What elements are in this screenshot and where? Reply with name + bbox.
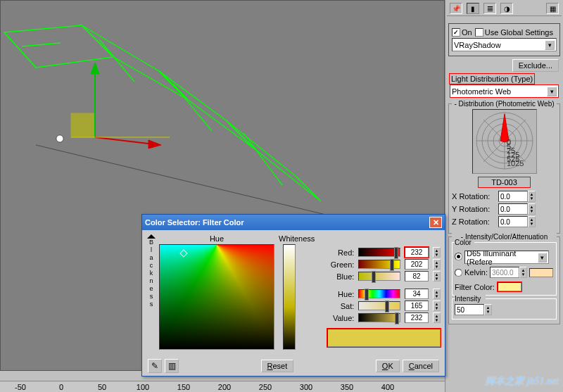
color-selector-dialog: Color Selector: Filter Color ✕ Blackness… xyxy=(141,214,445,377)
light-dist-value: Photometric Web xyxy=(452,87,511,96)
green-slider[interactable] xyxy=(358,260,400,269)
hierarchy-tab-icon[interactable]: 𝌆 xyxy=(483,3,496,14)
svg-line-9 xyxy=(22,43,61,46)
color-preview[interactable] xyxy=(327,329,441,347)
sat-spinner[interactable]: ▲▼ xyxy=(433,301,441,311)
wireframe-truss[interactable] xyxy=(4,25,321,201)
red-slider[interactable] xyxy=(358,248,400,257)
kelvin-spinner[interactable] xyxy=(490,267,519,278)
tick: 100 xyxy=(122,383,163,391)
dialog-titlebar[interactable]: Color Selector: Filter Color ✕ xyxy=(142,215,445,230)
zrot-spinner[interactable]: ▲▼ xyxy=(498,216,536,227)
hue-slider[interactable] xyxy=(358,289,400,298)
value-slider[interactable] xyxy=(358,313,400,322)
svg-line-4 xyxy=(4,32,36,68)
sat-slider[interactable] xyxy=(358,301,400,310)
tick: 0 xyxy=(41,383,82,391)
color-header: Color xyxy=(455,239,474,246)
yrot-label: Y Rotation: xyxy=(452,205,495,213)
gizmo-center-box[interactable] xyxy=(71,113,95,137)
exclude-button[interactable]: Exclude... xyxy=(512,59,559,72)
red-label: Red: xyxy=(327,248,354,257)
svg-marker-2 xyxy=(159,71,254,148)
tick: 200 xyxy=(204,383,245,391)
cancel-button[interactable]: CancelCancel xyxy=(403,360,439,372)
filter-color-swatch[interactable] xyxy=(498,282,521,291)
hsv-picker[interactable] xyxy=(159,244,274,350)
xrot-spinner[interactable]: ▲▼ xyxy=(498,191,536,202)
svg-line-8 xyxy=(296,177,321,201)
blue-value[interactable]: 82 xyxy=(405,271,429,282)
red-value[interactable]: 232 xyxy=(405,247,429,258)
val-value[interactable]: 232 xyxy=(405,312,429,323)
chevron-down-icon[interactable]: ▾ xyxy=(547,87,557,96)
chevron-down-icon[interactable]: ▾ xyxy=(538,253,547,263)
motion-tab-icon[interactable]: ◑ xyxy=(500,3,513,14)
sat-label: Sat: xyxy=(327,302,354,310)
hue-spinner[interactable]: ▲▼ xyxy=(433,289,441,299)
modify-tab-icon[interactable]: ▮ xyxy=(467,3,479,14)
ok-button[interactable]: OKOK xyxy=(376,360,400,372)
photometric-web-section: - Distribution (Photometric Web) 0525 12… xyxy=(448,103,560,234)
shadow-on-label: On xyxy=(462,28,472,37)
svg-line-11 xyxy=(173,84,212,131)
reset-button[interactable]: RReseteset xyxy=(261,360,294,372)
hue-value[interactable]: 34 xyxy=(405,289,429,299)
eyedropper-icon[interactable]: ✎ xyxy=(148,359,162,373)
hsv-cursor[interactable] xyxy=(179,249,187,257)
shadow-on-checkbox[interactable]: ✓On xyxy=(452,28,472,37)
val-label: Value: xyxy=(327,314,354,322)
command-panel-tabs: 📌 ▮ 𝌆 ◑ ▦ xyxy=(447,1,562,16)
tick: 250 xyxy=(245,383,286,391)
yrot-spinner[interactable]: ▲▼ xyxy=(498,203,536,215)
sat-value[interactable]: 165 xyxy=(405,301,429,311)
val-spinner[interactable]: ▲▼ xyxy=(433,312,441,323)
chevron-down-icon[interactable]: ▾ xyxy=(545,40,555,50)
close-button[interactable]: ✕ xyxy=(429,217,442,228)
blackness-column: Blackness xyxy=(146,234,156,357)
hue-slider-label: Hue: xyxy=(327,290,354,298)
global-settings-label: Use Global Settings xyxy=(485,28,553,37)
utilities-tab-icon[interactable]: ▦ xyxy=(546,3,559,14)
svg-marker-0 xyxy=(4,25,113,68)
photometric-web-preview[interactable]: 0525 1255251025 xyxy=(472,109,537,174)
shadow-type-dropdown[interactable]: VRayShadow ▾ xyxy=(452,38,557,51)
origin-dot[interactable] xyxy=(56,135,63,142)
shadow-type-value: VRayShadow xyxy=(454,41,501,49)
gizmo-y-arrow[interactable] xyxy=(91,63,99,74)
tick: 50 xyxy=(82,383,122,391)
kelvin-swatch[interactable] xyxy=(529,268,553,277)
blue-slider[interactable] xyxy=(358,272,400,281)
intensity-spinner[interactable]: ▲▼ xyxy=(455,304,492,315)
preset-radio[interactable]: D65 Illuminant (Refere▾ xyxy=(455,249,549,264)
gizmo-x-arrow[interactable] xyxy=(148,140,161,148)
svg-marker-3 xyxy=(226,120,321,201)
global-settings-checkbox[interactable]: Use Global Settings xyxy=(475,28,553,37)
tick: 350 xyxy=(327,383,367,391)
svg-line-7 xyxy=(226,120,254,148)
red-spinner[interactable]: ▲▼ xyxy=(433,247,441,258)
pin-icon[interactable]: 📌 xyxy=(450,3,462,14)
zrot-label: Z Rotation: xyxy=(452,217,495,226)
blue-spinner[interactable]: ▲▼ xyxy=(433,271,441,282)
gizmo-x-axis[interactable] xyxy=(95,137,154,144)
whiteness-slider[interactable] xyxy=(283,244,296,350)
green-value[interactable]: 202 xyxy=(405,259,429,270)
tick: -50 xyxy=(0,383,41,391)
dialog-title: Color Selector: Filter Color xyxy=(145,218,244,227)
green-spinner[interactable]: ▲▼ xyxy=(433,259,441,270)
svg-text:1025: 1025 xyxy=(507,159,524,167)
preset-value: D65 Illuminant (Refere xyxy=(467,249,538,266)
filter-color-label: Filter Color: xyxy=(455,283,495,291)
light-dist-dropdown[interactable]: Photometric Web ▾ xyxy=(450,84,559,98)
svg-marker-1 xyxy=(82,25,187,99)
xrot-label: X Rotation: xyxy=(452,192,495,201)
svg-line-12 xyxy=(243,133,282,185)
time-ruler[interactable]: -50 0 50 100 150 200 250 300 350 400 xyxy=(0,381,445,392)
intensity-header: Intensity xyxy=(455,295,486,303)
store-color-icon[interactable]: ▥ xyxy=(165,359,179,373)
tick: 400 xyxy=(367,383,408,391)
ies-file-button[interactable]: TD-003 xyxy=(478,177,531,188)
kelvin-radio[interactable]: Kelvin: ▲▼ xyxy=(455,267,553,278)
light-dist-label: Light Distribution (Type) xyxy=(450,74,534,84)
